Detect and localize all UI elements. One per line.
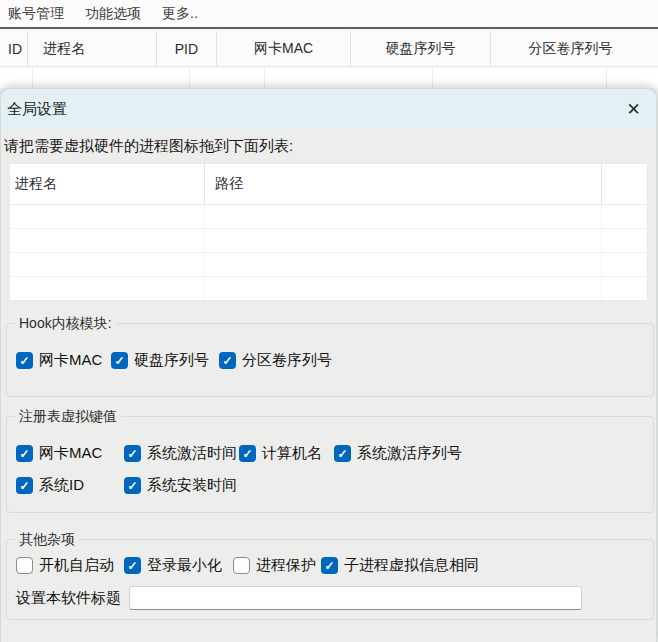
checkbox-label: 网卡MAC [39,351,102,370]
column-header[interactable]: 网卡MAC [217,31,351,66]
process-table-cell [602,205,647,228]
dialog-title: 全局设置 [7,100,67,119]
group-hook-kernel-module: Hook内核模块: ✓网卡MAC✓硬盘序列号✓分区卷序列号 [6,323,654,397]
checkbox-label: 网卡MAC [39,444,102,463]
process-column-header[interactable] [602,164,647,204]
checkbox-unchecked-icon[interactable] [233,557,250,574]
process-table-cell [205,277,602,300]
checkbox-item[interactable]: 开机自启动 [16,556,124,575]
process-table-cell [10,229,205,252]
table-cell [190,68,265,88]
dialog-titlebar[interactable]: 全局设置 ✕ [1,89,656,130]
process-table-header: 进程名路径 [10,164,647,205]
menu-item[interactable]: 更多.. [162,5,198,23]
checkbox-label: 系统安装时间 [147,476,237,495]
process-column-header[interactable]: 进程名 [10,164,205,204]
checkbox-item[interactable]: ✓网卡MAC [16,351,111,370]
group-registry-virtual-keys: 注册表虚拟键值 ✓网卡MAC✓系统激活时间✓计算机名✓系统激活序列号✓系统ID✓… [6,416,654,513]
process-table-cell [602,229,647,252]
checkbox-item[interactable]: 进程保护 [233,556,321,575]
checkbox-checked-icon[interactable]: ✓ [124,557,141,574]
checkbox-item[interactable]: ✓系统激活序列号 [334,444,462,463]
checkbox-checked-icon[interactable]: ✓ [219,352,236,369]
main-table-rows [0,68,658,88]
checkbox-label: 计算机名 [262,444,322,463]
menu-bar: 账号管理功能选项更多.. [0,0,658,29]
process-table-cell [10,277,205,300]
software-title-row: 设置本软件标题 [7,586,653,610]
checkbox-checked-icon[interactable]: ✓ [124,445,141,462]
app-window: 账号管理功能选项更多.. ID进程名PID网卡MAC硬盘序列号分区卷序列号 全局… [0,0,658,642]
process-table-row [10,229,647,253]
table-cell [607,68,658,88]
process-table-row [10,253,647,277]
checkbox-label: 系统激活时间 [147,444,237,463]
global-settings-dialog: 全局设置 ✕ 请把需要虚拟硬件的进程图标拖到下面列表: 进程名路径 Hook内核… [0,88,657,642]
checkbox-row: ✓网卡MAC✓硬盘序列号✓分区卷序列号 [7,351,653,370]
checkbox-item[interactable]: ✓计算机名 [239,444,334,463]
checkbox-checked-icon[interactable]: ✓ [16,445,33,462]
group-misc-options: 其他杂项 开机自启动✓登录最小化进程保护✓子进程虚拟信息相同 设置本软件标题 [6,539,654,620]
dialog-body: 请把需要虚拟硬件的进程图标拖到下面列表: 进程名路径 Hook内核模块: ✓网卡… [1,130,656,642]
group-label: Hook内核模块: [15,315,116,333]
instruction-text: 请把需要虚拟硬件的进程图标拖到下面列表: [4,137,293,156]
checkbox-item[interactable]: ✓网卡MAC [16,444,124,463]
process-table-row [10,205,647,229]
process-table-cell [10,253,205,276]
checkbox-row: 开机自启动✓登录最小化进程保护✓子进程虚拟信息相同 [7,556,653,575]
checkbox-checked-icon[interactable]: ✓ [239,445,256,462]
checkbox-checked-icon[interactable]: ✓ [334,445,351,462]
table-cell [33,68,190,88]
table-cell [433,68,607,88]
checkbox-checked-icon[interactable]: ✓ [16,352,33,369]
column-header[interactable]: 进程名 [28,31,157,66]
process-table-cell [602,277,647,300]
process-column-header[interactable]: 路径 [205,164,602,204]
column-header[interactable]: 硬盘序列号 [351,31,490,66]
process-table-cell [602,253,647,276]
column-header[interactable]: ID [0,31,28,66]
checkbox-item[interactable]: ✓系统安装时间 [124,476,237,495]
process-table-cell [205,205,602,228]
checkbox-item[interactable]: ✓系统激活时间 [124,444,239,463]
process-table-cell [205,253,602,276]
checkbox-unchecked-icon[interactable] [16,557,33,574]
group-label: 其他杂项 [15,531,79,549]
checkbox-label: 子进程虚拟信息相同 [344,556,479,575]
checkbox-item[interactable]: ✓分区卷序列号 [219,351,332,370]
process-table-cell [10,205,205,228]
checkbox-label: 系统ID [39,476,84,495]
column-header[interactable]: 分区卷序列号 [491,31,658,66]
checkbox-row: ✓网卡MAC✓系统激活时间✓计算机名✓系统激活序列号 [7,444,653,463]
process-drop-table[interactable]: 进程名路径 [9,163,648,301]
checkbox-label: 开机自启动 [39,556,114,575]
column-header[interactable]: PID [157,31,217,66]
checkbox-item[interactable]: ✓系统ID [16,476,124,495]
process-table-cell [205,229,602,252]
checkbox-label: 进程保护 [256,556,316,575]
table-cell [0,68,33,88]
process-table-row [10,277,647,300]
checkbox-checked-icon[interactable]: ✓ [16,477,33,494]
main-table-header: ID进程名PID网卡MAC硬盘序列号分区卷序列号 [0,31,658,67]
checkbox-checked-icon[interactable]: ✓ [124,477,141,494]
menu-item[interactable]: 功能选项 [85,5,141,23]
checkbox-label: 硬盘序列号 [134,351,209,370]
checkbox-label: 登录最小化 [147,556,222,575]
checkbox-checked-icon[interactable]: ✓ [321,557,338,574]
checkbox-checked-icon[interactable]: ✓ [111,352,128,369]
checkbox-item[interactable]: ✓子进程虚拟信息相同 [321,556,479,575]
checkbox-row: ✓系统ID✓系统安装时间 [7,476,653,495]
software-title-input[interactable] [129,586,582,610]
close-icon[interactable]: ✕ [620,96,647,123]
checkbox-label: 系统激活序列号 [357,444,462,463]
checkbox-label: 分区卷序列号 [242,351,332,370]
checkbox-item[interactable]: ✓硬盘序列号 [111,351,219,370]
menu-item[interactable]: 账号管理 [8,5,64,23]
checkbox-item[interactable]: ✓登录最小化 [124,556,233,575]
table-cell [265,68,433,88]
group-label: 注册表虚拟键值 [15,408,121,426]
software-title-label: 设置本软件标题 [16,589,129,608]
